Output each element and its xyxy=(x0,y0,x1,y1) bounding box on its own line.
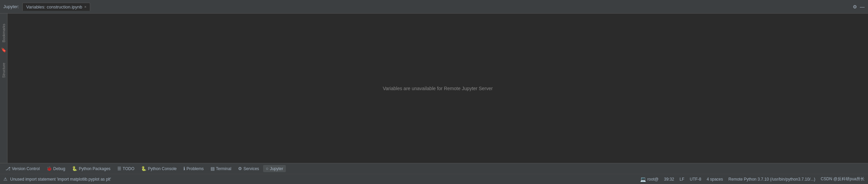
warning-icon: ⚠ xyxy=(3,177,7,182)
unavailable-message: Variables are unavailable for Remote Jup… xyxy=(383,86,493,91)
main-area: Bookmarks 🔖 Structure Variables are unav… xyxy=(0,14,868,163)
toolbar-item-problems[interactable]: ℹProblems xyxy=(181,165,206,172)
tab-close-button[interactable]: × xyxy=(84,5,86,9)
position-indicator: 39:32 xyxy=(664,177,674,182)
status-right: 💻 root@ 39:32 LF UTF-8 4 spaces Remote P… xyxy=(640,176,865,182)
sidebar-item-bookmarks[interactable]: Bookmarks xyxy=(2,20,6,46)
tab-label: Variables: construction.ipynb xyxy=(26,4,82,9)
settings-icon[interactable]: ⚙ xyxy=(853,4,857,9)
todo-icon: ☰ xyxy=(117,166,121,171)
toolbar-item-debug[interactable]: 🐞Debug xyxy=(44,165,68,172)
version-control-label: Version Control xyxy=(12,166,40,171)
jupyter-icon: ○ xyxy=(266,166,269,171)
debug-label: Debug xyxy=(53,166,65,171)
toolbar-item-services[interactable]: ⚙Services xyxy=(235,165,262,172)
tab-variables[interactable]: Variables: construction.ipynb × xyxy=(22,3,90,11)
app-name: Jupyter: xyxy=(3,4,19,9)
terminal-label: Terminal xyxy=(216,166,231,171)
toolbar-item-terminal[interactable]: ▤Terminal xyxy=(208,165,234,172)
minimize-icon[interactable]: — xyxy=(860,4,865,9)
python-packages-icon: 🐍 xyxy=(72,166,77,171)
bookmark-icon: 🔖 xyxy=(1,47,6,53)
jupyter-label: Jupyter xyxy=(270,166,283,171)
python-console-label: Python Console xyxy=(148,166,177,171)
problems-icon: ℹ xyxy=(183,166,185,171)
version-control-icon: ⎇ xyxy=(5,166,11,171)
status-message: Unused import statement 'import matplotl… xyxy=(10,177,637,182)
debug-icon: 🐞 xyxy=(46,166,52,171)
problems-label: Problems xyxy=(186,166,204,171)
bottom-toolbar: ⎇Version Control🐞Debug🐍Python Packages☰T… xyxy=(0,163,868,174)
sidebar-item-structure[interactable]: Structure xyxy=(2,59,6,81)
services-label: Services xyxy=(243,166,259,171)
csdn-label: CSDN @反科研pua所长 xyxy=(821,176,865,182)
root-label: root@ xyxy=(647,177,658,182)
toolbar-item-python-packages[interactable]: 🐍Python Packages xyxy=(69,165,113,172)
python-info: Remote Python 3.7.10 (/usr/bin/python3.7… xyxy=(728,177,815,182)
python-packages-label: Python Packages xyxy=(79,166,110,171)
toolbar-item-version-control[interactable]: ⎇Version Control xyxy=(3,165,42,172)
toolbar-item-python-console[interactable]: 🐍Python Console xyxy=(138,165,179,172)
encoding-indicator: UTF-8 xyxy=(690,177,701,182)
todo-label: TODO xyxy=(123,166,134,171)
toolbar-item-todo[interactable]: ☰TODO xyxy=(115,165,137,172)
window-controls: ⚙ — xyxy=(853,4,865,9)
toolbar-item-jupyter[interactable]: ○Jupyter xyxy=(263,165,286,172)
services-icon: ⚙ xyxy=(238,166,242,171)
terminal-icon: ▤ xyxy=(211,166,215,171)
content-area: Variables are unavailable for Remote Jup… xyxy=(7,14,868,163)
status-bar: ⚠ Unused import statement 'import matplo… xyxy=(0,174,868,184)
python-console-icon: 🐍 xyxy=(141,166,146,171)
line-ending-indicator: LF xyxy=(679,177,684,182)
left-sidebar: Bookmarks 🔖 Structure xyxy=(0,14,7,163)
root-info: 💻 root@ xyxy=(640,177,658,182)
title-bar: Jupyter: Variables: construction.ipynb ×… xyxy=(0,0,868,14)
indent-indicator: 4 spaces xyxy=(707,177,723,182)
root-icon: 💻 xyxy=(640,177,646,182)
